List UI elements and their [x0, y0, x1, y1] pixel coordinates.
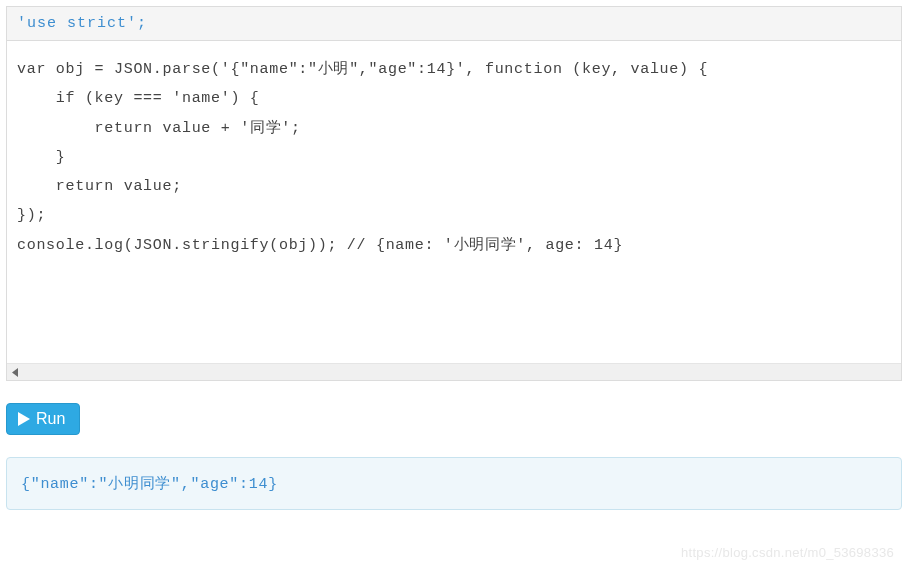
scroll-left-arrow-icon[interactable] [7, 364, 24, 381]
code-line: } [17, 149, 66, 166]
strict-mode-bar: 'use strict'; [7, 7, 901, 41]
run-button[interactable]: Run [6, 403, 80, 435]
play-icon [18, 412, 30, 426]
code-line: var obj = JSON.parse('{"name":"小明","age"… [17, 61, 708, 78]
strict-mode-text: 'use strict'; [17, 15, 147, 32]
code-editor: 'use strict'; var obj = JSON.parse('{"na… [6, 6, 902, 381]
horizontal-scrollbar[interactable] [7, 363, 901, 380]
svg-marker-1 [18, 412, 30, 426]
code-body[interactable]: var obj = JSON.parse('{"name":"小明","age"… [7, 41, 901, 363]
code-line: return value + '同学'; [17, 120, 301, 137]
watermark-text: https://blog.csdn.net/m0_53698336 [681, 545, 894, 560]
code-line: console.log(JSON.stringify(obj)); // {na… [17, 237, 623, 254]
svg-marker-0 [12, 368, 18, 377]
code-line: return value; [17, 178, 182, 195]
code-line: if (key === 'name') { [17, 90, 260, 107]
run-button-label: Run [36, 410, 65, 428]
output-panel: {"name":"小明同学","age":14} [6, 457, 902, 510]
code-line: }); [17, 207, 46, 224]
output-text: {"name":"小明同学","age":14} [21, 476, 278, 493]
